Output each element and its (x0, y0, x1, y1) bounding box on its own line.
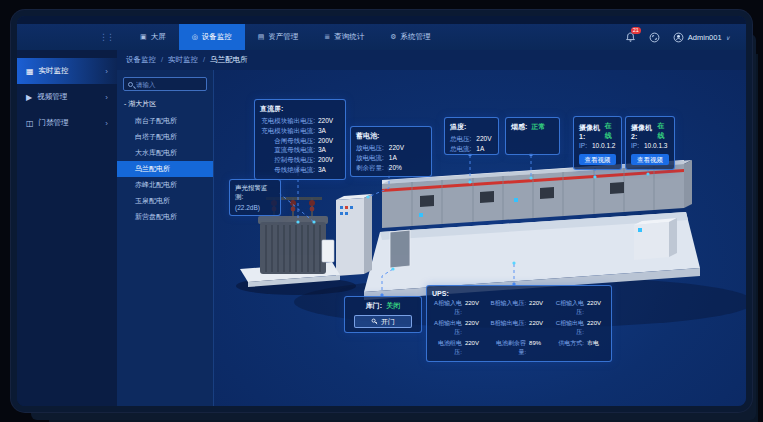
view-video-button[interactable]: 查看视频 (579, 154, 616, 165)
search-icon (128, 82, 133, 87)
metric-label: 充电模块输出电流: (260, 126, 315, 136)
metric-label: A相输入电压: (432, 299, 462, 317)
nav-item[interactable]: ▤ 资产管理 (245, 24, 312, 50)
metric-row: 供电方式:市电 (554, 339, 606, 357)
tree-item[interactable]: 玉泉配电所 (123, 193, 207, 209)
tree-item[interactable]: 南台子配电所 (123, 113, 207, 129)
sidebar: ▦ 实时监控 ▶ 视频管理 ◫ 门禁管理 (17, 50, 117, 406)
metric-row: 充电模块输出电流:3A (260, 126, 340, 136)
dc-screen-panel: 直流屏: 充电模块输出电压:220V充电模块输出电流:3A合闸母线电压:200V… (254, 99, 346, 180)
chevron-right-icon (105, 67, 108, 76)
metric-row: 总电压:220V (450, 134, 493, 144)
metric-row: A相输入电压:220V (432, 299, 484, 317)
metric-row: C相输入电压:220V (554, 299, 606, 317)
nav-item[interactable]: ▣ 大屏 (127, 24, 179, 50)
metric-value: 市电 (587, 339, 606, 357)
metric-row: 放电电压:220V (356, 143, 426, 153)
metric-value: 200V (318, 136, 340, 146)
nav-right-group: 21 Admin001 (625, 24, 746, 50)
metric-label: 充电模块输出电压: (260, 116, 315, 126)
search-input[interactable] (136, 81, 202, 88)
top-strip (17, 16, 746, 24)
metric-row: 电池组电压:220V (432, 339, 484, 357)
tree-group[interactable]: - 湖大片区 (124, 99, 207, 109)
metric-value: 89% (529, 339, 548, 357)
metric-row: 充电模块输出电压:220V (260, 116, 340, 126)
nav-item-icon: ≣ (324, 33, 330, 41)
metric-row: 放电电流:1A (356, 153, 426, 163)
nav-item[interactable]: ⚙ 系统管理 (377, 24, 443, 50)
sidebar-item-icon: ▶ (26, 93, 32, 102)
tree-item[interactable]: 新营盘配电所 (123, 209, 207, 225)
ups-panel: UPS: A相输入电压:220VB相输入电压:220VC相输入电压:220VA相… (426, 285, 612, 362)
metric-row: 电池剩余容量:89% (490, 339, 548, 357)
metric-value: 220V (389, 143, 404, 153)
tree-items: 南台子配电所白塔子配电所大水库配电所乌兰配电所赤峰北配电所玉泉配电所新营盘配电所 (123, 113, 207, 225)
ip-label: IP: (579, 141, 587, 151)
metric-value: 220V (587, 299, 606, 317)
tree-item[interactable]: 乌兰配电所 (117, 161, 213, 177)
breadcrumb-item[interactable]: 实时监控 (156, 55, 198, 65)
metric-label: C相输出电压: (554, 319, 584, 337)
metric-label: B相输出电压: (490, 319, 526, 337)
metric-label: 放电电压: (356, 143, 384, 153)
nav-item[interactable]: ◎ 设备监控 (179, 24, 245, 50)
battery-panel: 蓄电池: 放电电压:220V放电电流:1A剩余容量:20% (350, 126, 432, 177)
metric-row: 控制母线电压:200V (260, 155, 340, 165)
metric-value: 220V (465, 339, 484, 357)
monitor-canvas: 直流屏: 充电模块输出电压:220V充电模块输出电流:3A合闸母线电压:200V… (214, 70, 746, 406)
sidebar-item[interactable]: ▦ 实时监控 (17, 58, 117, 84)
metric-value: 220V (465, 299, 484, 317)
metric-row: B相输出电压:220V (490, 319, 548, 337)
open-door-button[interactable]: 开门 (354, 315, 412, 328)
ip-value: 10.0.1.2 (592, 141, 616, 151)
nav-item-icon: ◎ (192, 33, 198, 41)
noise-label: 声光报警监测: (235, 184, 275, 202)
ups-rows: A相输入电压:220VB相输入电压:220VC相输入电压:220VA相输出电压:… (432, 299, 606, 357)
sidebar-item-icon: ▦ (26, 67, 34, 76)
status-badge: 在线 (605, 121, 616, 141)
panel-title: 库门: (366, 301, 382, 311)
metric-label: 直流母线电流: (260, 145, 315, 155)
sidebar-item[interactable]: ▶ 视频管理 (17, 84, 117, 110)
chevron-down-icon (726, 33, 730, 42)
panel-title: 直流屏: (260, 104, 340, 114)
battery-rows: 放电电压:220V放电电流:1A剩余容量:20% (356, 143, 426, 172)
status-badge: 在线 (657, 121, 669, 141)
metric-value: 220V (587, 319, 606, 337)
tree-item[interactable]: 赤峰北配电所 (123, 177, 207, 193)
metric-value: 200V (318, 155, 340, 165)
tree-item[interactable]: 大水库配电所 (123, 145, 207, 161)
tree-item[interactable]: 白塔子配电所 (123, 129, 207, 145)
metric-label: 合闸母线电压: (260, 136, 315, 146)
noise-value: (22.2dB) (235, 204, 275, 211)
metric-label: B相输入电压: (490, 299, 526, 317)
nav-item[interactable]: ≣ 查询统计 (311, 24, 377, 50)
station-tree-panel: - 湖大片区 南台子配电所白塔子配电所大水库配电所乌兰配电所赤峰北配电所玉泉配电… (117, 70, 214, 406)
top-nav: ▣ 大屏 ◎ 设备监控 ▤ 资产管理 ≣ 查询统计 (17, 24, 746, 50)
status-badge: 关闭 (386, 301, 400, 311)
breadcrumb-item[interactable]: 乌兰配电所 (198, 55, 248, 65)
metric-row: 总电流:1A (450, 144, 493, 154)
metric-row: B相输入电压:220V (490, 299, 548, 317)
view-video-button[interactable]: 查看视频 (631, 154, 669, 165)
metric-value: 20% (389, 163, 402, 173)
metric-row: 合闸母线电压:200V (260, 136, 340, 146)
sidebar-item-label: 视频管理 (37, 92, 67, 102)
sidebar-item[interactable]: ◫ 门禁管理 (17, 110, 117, 136)
user-menu[interactable]: Admin001 (673, 32, 730, 43)
metric-label: 放电电流: (356, 153, 384, 163)
chevron-right-icon (105, 119, 108, 128)
fullscreen-icon[interactable] (649, 32, 660, 43)
ip-label: IP: (631, 141, 639, 151)
notifications-bell-icon[interactable]: 21 (625, 32, 636, 43)
tree-search (123, 77, 207, 91)
metric-label: 总电流: (450, 144, 471, 154)
metric-value: 220V (318, 116, 340, 126)
content-row: - 湖大片区 南台子配电所白塔子配电所大水库配电所乌兰配电所赤峰北配电所玉泉配电… (117, 70, 746, 406)
smoke-sensor-panel: 烟感:正常 (505, 117, 560, 155)
metric-label: 控制母线电压: (260, 155, 315, 165)
breadcrumb-item[interactable]: 设备监控 (126, 55, 156, 65)
metric-value: 220V (476, 134, 491, 144)
main-column: 设备监控实时监控乌兰配电所 - 湖大片区 南台子配电所白塔子配电所大水库配电所乌… (117, 50, 746, 406)
